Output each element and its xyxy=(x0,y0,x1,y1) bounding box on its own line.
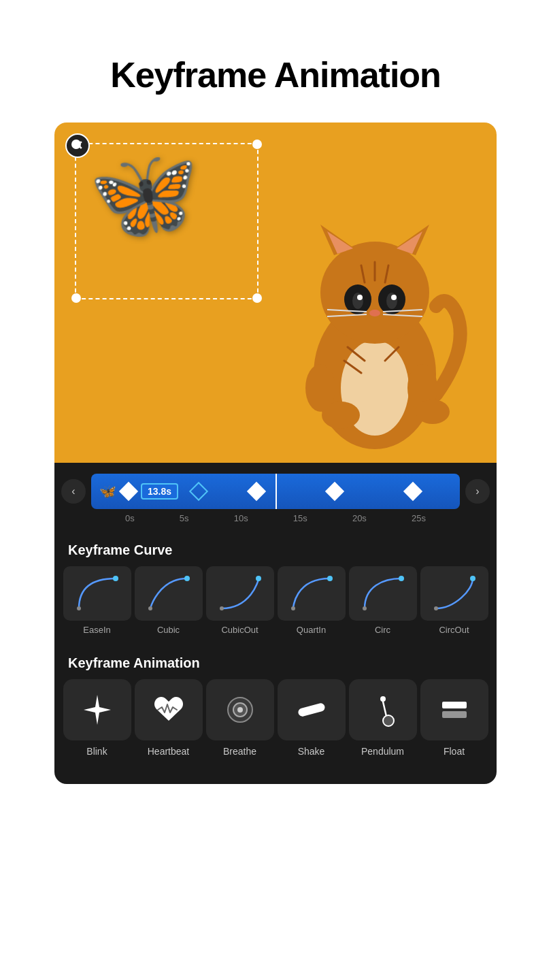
svg-point-11 xyxy=(357,295,363,300)
main-canvas-container: ✕ 🦋 xyxy=(54,122,497,784)
svg-point-46 xyxy=(383,715,394,726)
curve-item-circout[interactable]: CircOut xyxy=(420,566,488,635)
anim-box-shake xyxy=(278,679,346,740)
anim-box-float xyxy=(420,679,488,740)
anim-box-pendulum xyxy=(349,679,417,740)
timeline-section: ‹ 🦋 13.8s xyxy=(54,463,497,529)
anim-label-float: Float xyxy=(444,746,465,757)
ruler-mark-1: 5s xyxy=(180,513,189,523)
keyframe-diamond-1[interactable] xyxy=(119,482,138,501)
curve-box-circ xyxy=(349,566,417,621)
keyframe-diamond-2[interactable] xyxy=(247,482,266,501)
svg-rect-43 xyxy=(297,702,326,717)
ruler-mark-5: 25s xyxy=(412,513,426,523)
float-icon xyxy=(437,692,472,728)
svg-point-31 xyxy=(148,606,152,610)
curve-label-easein: EaseIn xyxy=(83,625,110,635)
curve-label-cubic: Cubic xyxy=(157,625,180,635)
ruler-mark-3: 15s xyxy=(293,513,307,523)
svg-point-28 xyxy=(113,576,118,581)
anim-label-blink: Blink xyxy=(86,746,107,757)
anim-box-blink xyxy=(63,679,131,740)
curve-label-circout: CircOut xyxy=(439,625,469,635)
curve-item-quartin[interactable]: QuartIn xyxy=(278,566,346,635)
timeline-track-wrapper: ‹ 🦋 13.8s xyxy=(61,474,490,509)
keyframe-diamond-4[interactable] xyxy=(403,482,422,501)
anim-item-heartbeat[interactable]: Heartbeat xyxy=(135,679,203,757)
keyframe-diamond-3[interactable] xyxy=(325,482,344,501)
anim-label-breathe: Breathe xyxy=(223,746,256,757)
svg-point-42 xyxy=(237,707,243,713)
butterfly-sticker: 🦋 xyxy=(88,143,199,246)
svg-point-37 xyxy=(363,606,367,610)
curve-item-cubicout[interactable]: CubicOut xyxy=(206,566,274,635)
curve-item-circ[interactable]: Circ xyxy=(349,566,417,635)
curve-row: EaseIn Cubic Cub xyxy=(54,566,497,642)
curve-item-easein[interactable]: EaseIn xyxy=(63,566,131,635)
ruler-marks: 0s 5s 10s 15s 20s 25s xyxy=(122,513,429,523)
handle-bottom-left[interactable] xyxy=(71,293,81,303)
page-title: Keyframe Animation xyxy=(0,0,551,122)
shake-icon xyxy=(294,692,329,728)
svg-point-21 xyxy=(416,399,450,424)
cat-svg xyxy=(266,157,484,463)
anim-box-heartbeat xyxy=(135,679,203,740)
heartbeat-icon xyxy=(151,692,186,728)
svg-point-39 xyxy=(434,606,438,610)
anim-item-float[interactable]: Float xyxy=(420,679,488,757)
svg-point-30 xyxy=(184,576,190,581)
canvas-area: ✕ 🦋 xyxy=(54,122,497,463)
svg-rect-47 xyxy=(442,702,467,708)
anim-label-shake: Shake xyxy=(298,746,325,757)
track-icon: 🦋 xyxy=(99,483,116,500)
curve-item-cubic[interactable]: Cubic xyxy=(135,566,203,635)
curve-box-cubic xyxy=(135,566,203,621)
anim-label-heartbeat: Heartbeat xyxy=(148,746,189,757)
svg-point-29 xyxy=(77,606,81,610)
svg-point-2 xyxy=(320,242,429,344)
svg-point-36 xyxy=(399,576,404,581)
timeline-next-button[interactable]: › xyxy=(465,479,490,504)
keyframe-diamond-active[interactable] xyxy=(189,482,208,501)
curve-label-cubicout: CubicOut xyxy=(221,625,258,635)
svg-point-13 xyxy=(369,310,380,316)
svg-point-34 xyxy=(327,576,333,581)
curve-box-quartin xyxy=(278,566,346,621)
breathe-icon xyxy=(222,692,258,728)
svg-point-33 xyxy=(220,606,224,610)
anim-item-shake[interactable]: Shake xyxy=(278,679,346,757)
curve-label-quartin: QuartIn xyxy=(297,625,326,635)
svg-point-12 xyxy=(391,295,397,300)
animation-row: Blink Heartbeat xyxy=(54,679,497,770)
pendulum-icon xyxy=(365,692,401,728)
curve-box-easein xyxy=(63,566,131,621)
anim-box-breathe xyxy=(206,679,274,740)
ruler-mark-4: 20s xyxy=(352,513,367,523)
time-badge: 13.8s xyxy=(141,483,178,500)
handle-top-left[interactable] xyxy=(71,140,81,149)
curve-box-circout xyxy=(420,566,488,621)
cat-figure-area xyxy=(254,157,497,463)
ruler-mark-0: 0s xyxy=(125,513,135,523)
keyframe-curve-label: Keyframe Curve xyxy=(54,529,497,566)
curve-box-cubicout xyxy=(206,566,274,621)
svg-point-10 xyxy=(386,293,397,309)
anim-label-pendulum: Pendulum xyxy=(361,746,404,757)
timeline-track[interactable]: 🦋 13.8s xyxy=(91,474,460,509)
anim-item-breathe[interactable]: Breathe xyxy=(206,679,274,757)
svg-point-38 xyxy=(470,576,475,581)
bottom-panel: ‹ 🦋 13.8s xyxy=(54,463,497,784)
anim-item-pendulum[interactable]: Pendulum xyxy=(349,679,417,757)
svg-point-19 xyxy=(305,364,335,412)
anim-item-blink[interactable]: Blink xyxy=(63,679,131,757)
svg-rect-48 xyxy=(442,711,467,718)
ruler-mark-2: 10s xyxy=(234,513,248,523)
keyframe-animation-label: Keyframe Animation xyxy=(54,642,497,679)
blink-icon xyxy=(80,692,115,728)
svg-point-32 xyxy=(256,576,261,581)
svg-point-9 xyxy=(352,293,363,309)
timeline-prev-button[interactable]: ‹ xyxy=(61,479,86,504)
timeline-ruler: 0s 5s 10s 15s 20s 25s xyxy=(61,509,490,523)
svg-point-35 xyxy=(291,606,295,610)
handle-top-right[interactable] xyxy=(252,140,262,149)
